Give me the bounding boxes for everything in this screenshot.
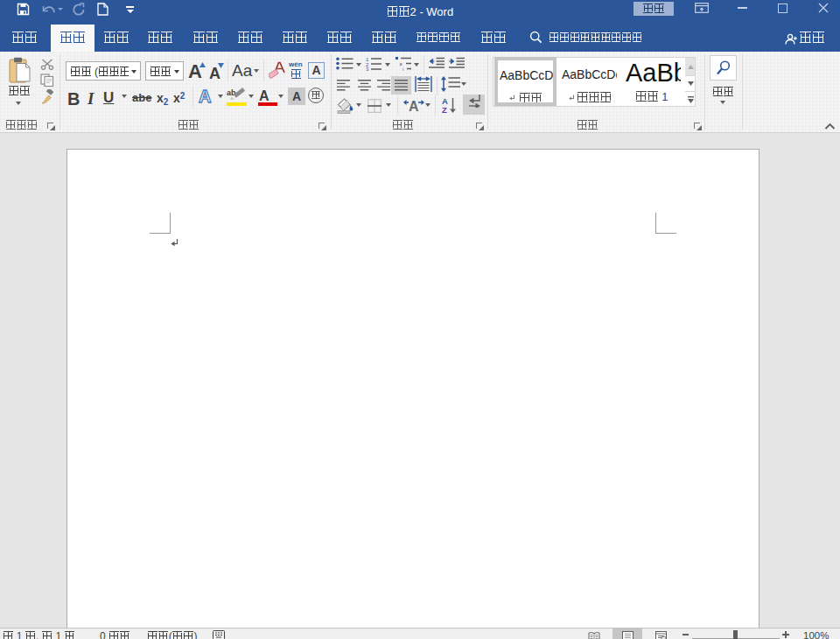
svg-text:Z: Z bbox=[442, 105, 447, 114]
svg-text:i: i bbox=[402, 67, 403, 72]
svg-text:A: A bbox=[442, 96, 448, 106]
svg-text:A: A bbox=[409, 99, 419, 113]
svg-text:3: 3 bbox=[366, 67, 369, 72]
